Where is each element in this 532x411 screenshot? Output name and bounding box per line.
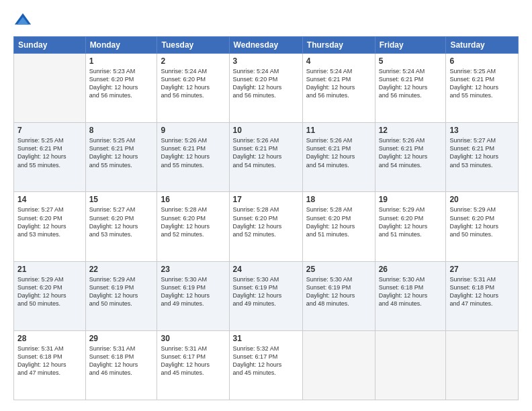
calendar-cell: 12Sunrise: 5:26 AM Sunset: 6:21 PM Dayli… [375, 123, 446, 192]
column-header-saturday: Saturday [446, 37, 519, 54]
calendar-cell: 5Sunrise: 5:24 AM Sunset: 6:21 PM Daylig… [375, 54, 446, 123]
cell-info: Sunrise: 5:26 AM Sunset: 6:21 PM Dayligh… [306, 136, 371, 169]
calendar-cell: 26Sunrise: 5:30 AM Sunset: 6:18 PM Dayli… [375, 261, 446, 330]
day-number: 6 [449, 56, 515, 66]
cell-info: Sunrise: 5:32 AM Sunset: 6:17 PM Dayligh… [233, 345, 299, 377]
day-number: 26 [379, 265, 443, 274]
cell-info: Sunrise: 5:28 AM Sunset: 6:20 PM Dayligh… [306, 205, 371, 238]
calendar-cell: 2Sunrise: 5:24 AM Sunset: 6:20 PM Daylig… [157, 54, 229, 123]
cell-info: Sunrise: 5:31 AM Sunset: 6:18 PM Dayligh… [17, 345, 82, 377]
calendar-cell: 1Sunrise: 5:23 AM Sunset: 6:20 PM Daylig… [85, 54, 157, 123]
day-number: 8 [89, 126, 154, 135]
cell-info: Sunrise: 5:24 AM Sunset: 6:20 PM Dayligh… [161, 67, 225, 100]
calendar-cell: 17Sunrise: 5:28 AM Sunset: 6:20 PM Dayli… [229, 192, 302, 261]
calendar-cell: 15Sunrise: 5:27 AM Sunset: 6:20 PM Dayli… [85, 192, 157, 261]
day-number: 25 [306, 265, 371, 274]
calendar-cell: 7Sunrise: 5:25 AM Sunset: 6:21 PM Daylig… [14, 123, 86, 192]
day-number: 10 [233, 126, 299, 135]
day-number: 4 [306, 56, 371, 66]
week-row-2: 7Sunrise: 5:25 AM Sunset: 6:21 PM Daylig… [14, 123, 519, 192]
day-number: 5 [379, 56, 443, 66]
calendar-cell: 3Sunrise: 5:24 AM Sunset: 6:20 PM Daylig… [229, 54, 302, 123]
cell-info: Sunrise: 5:25 AM Sunset: 6:21 PM Dayligh… [89, 136, 154, 169]
calendar-cell: 23Sunrise: 5:30 AM Sunset: 6:19 PM Dayli… [157, 261, 229, 330]
cell-info: Sunrise: 5:27 AM Sunset: 6:21 PM Dayligh… [449, 136, 515, 169]
cell-info: Sunrise: 5:29 AM Sunset: 6:20 PM Dayligh… [379, 205, 443, 238]
day-number: 16 [161, 195, 225, 204]
day-number: 7 [17, 126, 82, 135]
calendar-cell: 11Sunrise: 5:26 AM Sunset: 6:21 PM Dayli… [302, 123, 375, 192]
column-header-tuesday: Tuesday [157, 37, 229, 54]
cell-info: Sunrise: 5:30 AM Sunset: 6:18 PM Dayligh… [379, 275, 443, 308]
calendar-cell [14, 54, 86, 123]
calendar-cell: 25Sunrise: 5:30 AM Sunset: 6:19 PM Dayli… [302, 261, 375, 330]
cell-info: Sunrise: 5:31 AM Sunset: 6:18 PM Dayligh… [89, 345, 154, 377]
calendar-cell: 18Sunrise: 5:28 AM Sunset: 6:20 PM Dayli… [302, 192, 375, 261]
calendar-cell: 29Sunrise: 5:31 AM Sunset: 6:18 PM Dayli… [85, 330, 157, 400]
day-number: 20 [449, 195, 515, 204]
calendar-cell: 16Sunrise: 5:28 AM Sunset: 6:20 PM Dayli… [157, 192, 229, 261]
cell-info: Sunrise: 5:26 AM Sunset: 6:21 PM Dayligh… [233, 136, 299, 169]
cell-info: Sunrise: 5:29 AM Sunset: 6:19 PM Dayligh… [89, 275, 154, 308]
day-number: 27 [449, 265, 515, 274]
calendar-cell: 19Sunrise: 5:29 AM Sunset: 6:20 PM Dayli… [375, 192, 446, 261]
calendar-cell: 28Sunrise: 5:31 AM Sunset: 6:18 PM Dayli… [14, 330, 86, 400]
cell-info: Sunrise: 5:30 AM Sunset: 6:19 PM Dayligh… [233, 275, 299, 308]
column-header-sunday: Sunday [14, 37, 86, 54]
week-row-1: 1Sunrise: 5:23 AM Sunset: 6:20 PM Daylig… [14, 54, 519, 123]
week-row-3: 14Sunrise: 5:27 AM Sunset: 6:20 PM Dayli… [14, 192, 519, 261]
cell-info: Sunrise: 5:25 AM Sunset: 6:21 PM Dayligh… [17, 136, 82, 169]
calendar-cell: 13Sunrise: 5:27 AM Sunset: 6:21 PM Dayli… [446, 123, 519, 192]
cell-info: Sunrise: 5:25 AM Sunset: 6:21 PM Dayligh… [449, 67, 515, 100]
logo-icon [13, 11, 32, 30]
day-number: 14 [17, 195, 82, 204]
calendar-cell: 24Sunrise: 5:30 AM Sunset: 6:19 PM Dayli… [229, 261, 302, 330]
day-number: 3 [233, 56, 299, 66]
calendar-cell: 30Sunrise: 5:31 AM Sunset: 6:17 PM Dayli… [157, 330, 229, 400]
cell-info: Sunrise: 5:27 AM Sunset: 6:20 PM Dayligh… [17, 205, 82, 238]
cell-info: Sunrise: 5:24 AM Sunset: 6:21 PM Dayligh… [379, 67, 443, 100]
cell-info: Sunrise: 5:30 AM Sunset: 6:19 PM Dayligh… [161, 275, 225, 308]
day-number: 13 [449, 126, 515, 135]
calendar-table: SundayMondayTuesdayWednesdayThursdayFrid… [13, 36, 519, 400]
day-number: 18 [306, 195, 371, 204]
column-header-monday: Monday [85, 37, 157, 54]
cell-info: Sunrise: 5:29 AM Sunset: 6:20 PM Dayligh… [17, 275, 82, 308]
column-header-wednesday: Wednesday [229, 37, 302, 54]
calendar-cell: 22Sunrise: 5:29 AM Sunset: 6:19 PM Dayli… [85, 261, 157, 330]
calendar-cell [375, 330, 446, 400]
day-number: 2 [161, 56, 225, 66]
calendar-cell: 14Sunrise: 5:27 AM Sunset: 6:20 PM Dayli… [14, 192, 86, 261]
day-number: 31 [233, 334, 299, 343]
day-number: 29 [89, 334, 154, 343]
day-number: 9 [161, 126, 225, 135]
cell-info: Sunrise: 5:24 AM Sunset: 6:21 PM Dayligh… [306, 67, 371, 100]
day-number: 23 [161, 265, 225, 274]
column-header-friday: Friday [375, 37, 446, 54]
day-number: 21 [17, 265, 82, 274]
cell-info: Sunrise: 5:31 AM Sunset: 6:18 PM Dayligh… [449, 275, 515, 308]
calendar-cell [446, 330, 519, 400]
day-number: 28 [17, 334, 82, 343]
calendar-cell: 21Sunrise: 5:29 AM Sunset: 6:20 PM Dayli… [14, 261, 86, 330]
cell-info: Sunrise: 5:24 AM Sunset: 6:20 PM Dayligh… [233, 67, 299, 100]
day-number: 22 [89, 265, 154, 274]
cell-info: Sunrise: 5:26 AM Sunset: 6:21 PM Dayligh… [379, 136, 443, 169]
day-number: 12 [379, 126, 443, 135]
calendar-cell: 4Sunrise: 5:24 AM Sunset: 6:21 PM Daylig… [302, 54, 375, 123]
day-number: 15 [89, 195, 154, 204]
cell-info: Sunrise: 5:28 AM Sunset: 6:20 PM Dayligh… [233, 205, 299, 238]
calendar-cell: 20Sunrise: 5:29 AM Sunset: 6:20 PM Dayli… [446, 192, 519, 261]
day-number: 17 [233, 195, 299, 204]
week-row-4: 21Sunrise: 5:29 AM Sunset: 6:20 PM Dayli… [14, 261, 519, 330]
day-number: 24 [233, 265, 299, 274]
page: SundayMondayTuesdayWednesdayThursdayFrid… [0, 0, 532, 411]
day-number: 19 [379, 195, 443, 204]
cell-info: Sunrise: 5:30 AM Sunset: 6:19 PM Dayligh… [306, 275, 371, 308]
cell-info: Sunrise: 5:28 AM Sunset: 6:20 PM Dayligh… [161, 205, 225, 238]
week-row-5: 28Sunrise: 5:31 AM Sunset: 6:18 PM Dayli… [14, 330, 519, 400]
day-number: 30 [161, 334, 225, 343]
calendar-cell: 31Sunrise: 5:32 AM Sunset: 6:17 PM Dayli… [229, 330, 302, 400]
calendar-cell: 6Sunrise: 5:25 AM Sunset: 6:21 PM Daylig… [446, 54, 519, 123]
calendar-cell: 10Sunrise: 5:26 AM Sunset: 6:21 PM Dayli… [229, 123, 302, 192]
